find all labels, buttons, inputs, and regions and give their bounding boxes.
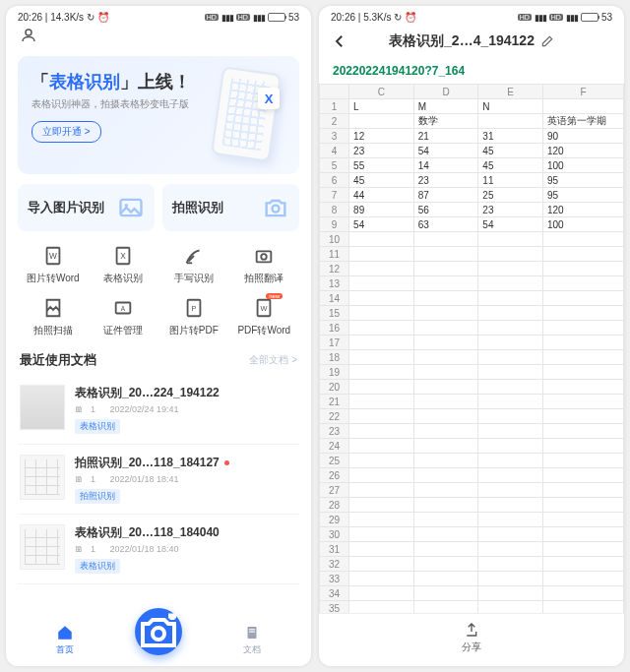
table-row[interactable]: 22 <box>320 409 624 424</box>
table-row[interactable]: 5551445100 <box>320 158 624 173</box>
table-row[interactable]: 35 <box>320 601 624 614</box>
tab-docs[interactable]: 文档 <box>243 624 261 656</box>
doc-name: 表格识别_20…118_184040 <box>75 524 297 541</box>
svg-point-9 <box>262 254 268 260</box>
id-icon: A <box>112 297 134 319</box>
grid-word[interactable]: W图片转Word <box>18 245 89 285</box>
table-row[interactable]: 23 <box>320 424 624 439</box>
status-bar: 20:26 | 14.3K/s ↻ ⏰ HD▮▮▮ HD▮▮▮ 53 <box>6 6 311 25</box>
table-row[interactable]: 30 <box>320 527 624 542</box>
photo-recognize-card[interactable]: 拍照识别 <box>162 184 299 231</box>
grid-table[interactable]: X表格识别 <box>89 245 159 285</box>
doc-item[interactable]: 表格识别_20…118_184040 🗎1 2022/01/18 18:40 表… <box>18 515 299 584</box>
share-button[interactable]: 分享 <box>462 622 481 654</box>
camera-fab[interactable] <box>135 608 182 655</box>
table-row[interactable]: 9546354100 <box>320 217 624 232</box>
doc-thumb <box>20 524 65 570</box>
grid-pdf2word[interactable]: newWPDF转Word <box>229 297 300 337</box>
table-row[interactable]: 744872595 <box>320 188 624 203</box>
table-row[interactable]: 19 <box>320 365 624 380</box>
table-row[interactable]: 16 <box>320 321 624 336</box>
svg-text:X: X <box>120 252 126 261</box>
doc-thumb <box>20 385 65 430</box>
camera-translate-icon <box>253 245 275 267</box>
doc-item[interactable]: 拍照识别_20…118_184127 🗎1 2022/01/18 18:41 拍… <box>18 445 299 515</box>
table-row[interactable]: 645231195 <box>320 173 624 188</box>
table-row[interactable]: 8895623120 <box>320 203 624 217</box>
phone-left: 20:26 | 14.3K/s ↻ ⏰ HD▮▮▮ HD▮▮▮ 53 「表格识别… <box>6 6 311 666</box>
pdf-icon: P <box>183 297 205 319</box>
title-bar: 表格识别_2…4_194122 <box>319 25 624 58</box>
svg-rect-17 <box>248 627 257 639</box>
import-image-card[interactable]: 导入图片识别 <box>18 184 155 231</box>
table-row[interactable]: 2数学英语第一学期 <box>320 114 624 129</box>
table-row[interactable]: 24 <box>320 439 624 454</box>
sheet-tab-name[interactable]: 20220224194120?7_164 <box>319 58 624 84</box>
back-icon[interactable] <box>331 32 348 50</box>
user-row <box>6 25 311 56</box>
svg-text:A: A <box>121 305 126 312</box>
table-row[interactable]: 27 <box>320 483 624 498</box>
status-bar: 20:26 | 5.3K/s ↻ ⏰ HD▮▮▮ HD▮▮▮ 53 <box>319 6 624 25</box>
svg-rect-18 <box>249 629 255 630</box>
svg-point-0 <box>26 30 32 35</box>
table-row[interactable]: 4235445120 <box>320 144 624 158</box>
table-row[interactable]: 15 <box>320 306 624 321</box>
doc-item[interactable]: 表格识别_20…224_194122 🗎1 2022/02/24 19:41 表… <box>18 375 299 445</box>
grid-id[interactable]: A证件管理 <box>89 297 159 337</box>
page-icon: 🗎 <box>75 474 85 484</box>
table-row[interactable]: 28 <box>320 498 624 513</box>
table-row[interactable]: 32 <box>320 557 624 572</box>
table-row[interactable]: 1LMN <box>320 99 624 114</box>
user-icon[interactable] <box>20 27 37 44</box>
table-row[interactable]: 20 <box>320 380 624 395</box>
excel-x-icon: X <box>258 88 280 109</box>
feature-grid: W图片转Word X表格识别 手写识别 拍照翻译 拍照扫描 A证件管理 P图片转… <box>18 245 299 337</box>
docs-icon <box>243 624 261 641</box>
table-row[interactable]: 18 <box>320 350 624 365</box>
grid-scan[interactable]: 拍照扫描 <box>18 297 89 337</box>
table-row[interactable]: 34 <box>320 586 624 601</box>
table-row[interactable]: 21 <box>320 395 624 409</box>
page-title: 表格识别_2…4_194122 <box>356 32 587 50</box>
grid-translate[interactable]: 拍照翻译 <box>229 245 300 285</box>
recent-header: 最近使用文档 全部文档 > <box>20 351 297 369</box>
image-icon <box>117 194 145 221</box>
svg-point-3 <box>273 206 280 213</box>
table-row[interactable]: 31 <box>320 542 624 557</box>
share-icon <box>464 622 479 638</box>
table-row[interactable]: 13 <box>320 276 624 291</box>
feather-icon <box>183 245 205 267</box>
table-row[interactable]: 312213190 <box>320 129 624 144</box>
see-all-link[interactable]: 全部文档 > <box>249 353 297 367</box>
table-row[interactable]: 29 <box>320 513 624 527</box>
table-row[interactable]: 17 <box>320 336 624 350</box>
promo-banner[interactable]: 「表格识别」上线！ 表格识别神器，拍摄表格秒变电子版 立即开通 > X <box>18 56 299 174</box>
svg-text:W: W <box>261 304 268 313</box>
banner-image: X <box>205 64 293 162</box>
banner-cta-button[interactable]: 立即开通 > <box>32 121 101 143</box>
table-row[interactable]: 33 <box>320 572 624 586</box>
table-row[interactable]: 10 <box>320 232 624 247</box>
two-card-row: 导入图片识别 拍照识别 <box>18 184 299 231</box>
page-icon: 🗎 <box>75 544 85 554</box>
svg-rect-8 <box>257 251 272 262</box>
doc-list: 表格识别_20…224_194122 🗎1 2022/02/24 19:41 表… <box>18 375 299 584</box>
doc-thumb <box>20 455 65 500</box>
edit-icon[interactable] <box>540 34 554 48</box>
scan-icon <box>42 297 64 319</box>
spreadsheet[interactable]: CDEF1LMN2数学英语第一学期31221319042354451205551… <box>319 84 624 613</box>
pdf2word-icon: newW <box>253 297 275 319</box>
phone-right: 20:26 | 5.3K/s ↻ ⏰ HD▮▮▮ HD▮▮▮ 53 表格识别_2… <box>319 6 624 666</box>
table-row[interactable]: 12 <box>320 262 624 276</box>
doc-name: 拍照识别_20…118_184127 <box>75 455 297 471</box>
tab-home[interactable]: 首页 <box>56 624 74 656</box>
table-row[interactable]: 25 <box>320 454 624 468</box>
table-row[interactable]: 14 <box>320 291 624 306</box>
table-row[interactable]: 11 <box>320 247 624 262</box>
bottom-bar: 分享 <box>319 613 624 666</box>
svg-point-16 <box>153 628 164 640</box>
table-row[interactable]: 26 <box>320 468 624 483</box>
grid-img2pdf[interactable]: P图片转PDF <box>158 297 229 337</box>
grid-handwrite[interactable]: 手写识别 <box>158 245 229 285</box>
